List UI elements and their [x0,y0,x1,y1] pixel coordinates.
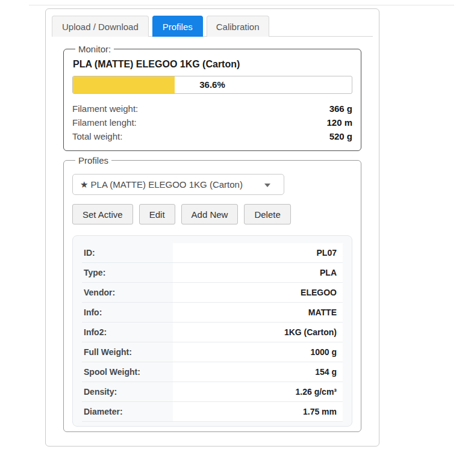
stat-value: 366 g [329,102,352,116]
progress-percent: 36.6% [73,76,352,93]
active-profile-name: PLA (MATTE) ELEGOO 1KG (Carton) [73,59,352,70]
field-label: Density: [82,382,173,401]
top-divider [29,5,454,5]
field-label: Spool Weight: [82,362,173,382]
profile-actions: Set Active Edit Add New Delete [72,204,352,224]
profile-select[interactable]: ★ PLA (MATTE) ELEGOO 1KG (Carton) [72,174,284,195]
field-value: PL07 [173,243,343,262]
field-value: PLA [173,263,343,282]
field-value: MATTE [173,303,343,322]
field-value: ELEGOO [173,283,343,302]
app-card: Upload / Download Profiles Calibration M… [45,8,379,447]
field-label: Full Weight: [82,342,173,362]
stat-label: Total weight: [72,129,122,143]
stat-row-filament-length: Filament lenght: 120 m [72,116,352,129]
tab-bar: Upload / Download Profiles Calibration [52,15,373,37]
stat-value: 120 m [326,116,352,129]
set-active-button[interactable]: Set Active [72,204,133,224]
field-row-id: ID: PL07 [82,243,343,263]
edit-button[interactable]: Edit [139,204,175,224]
field-value: 1000 g [173,342,343,362]
field-row-diameter: Diameter: 1.75 mm [82,402,343,422]
field-row-spool-weight: Spool Weight: 154 g [82,362,343,382]
field-label: Vendor: [82,283,173,302]
field-label: Diameter: [82,402,173,421]
profiles-section: Profiles ★ PLA (MATTE) ELEGOO 1KG (Carto… [63,155,361,432]
field-value: 1.26 g/cm³ [173,382,343,401]
delete-button[interactable]: Delete [244,204,290,224]
field-label: Info: [82,303,173,322]
filament-progressbar: 36.6% [72,76,352,94]
field-value: 1KG (Carton) [173,323,343,342]
field-row-vendor: Vendor: ELEGOO [82,283,343,303]
profiles-legend: Profiles [75,155,111,165]
field-row-density: Density: 1.26 g/cm³ [82,382,343,402]
field-label: ID: [82,243,173,262]
field-value: 154 g [173,362,343,382]
monitor-legend: Monitor: [75,44,114,54]
field-row-info2: Info2: 1KG (Carton) [82,323,343,342]
field-label: Type: [82,263,173,282]
stat-label: Filament lenght: [72,116,137,129]
field-value: 1.75 mm [173,402,343,421]
stat-row-filament-weight: Filament weight: 366 g [72,102,352,116]
chevron-down-icon [264,184,270,187]
stat-label: Filament weight: [72,102,138,116]
stat-row-total-weight: Total weight: 520 g [72,129,352,143]
tab-upload-download[interactable]: Upload / Download [52,16,149,37]
field-row-type: Type: PLA [82,263,343,283]
add-new-button[interactable]: Add New [181,204,239,224]
field-row-full-weight: Full Weight: 1000 g [82,342,343,362]
field-row-info: Info: MATTE [82,303,343,323]
stat-value: 520 g [329,129,352,143]
profile-select-value: ★ PLA (MATTE) ELEGOO 1KG (Carton) [80,179,243,190]
field-label: Info2: [82,323,173,342]
tab-calibration[interactable]: Calibration [207,16,269,37]
tab-profiles[interactable]: Profiles [152,16,203,37]
monitor-section: Monitor: PLA (MATTE) ELEGOO 1KG (Carton)… [63,44,361,151]
profile-details-card: ID: PL07 Type: PLA Vendor: ELEGOO Info: … [72,235,352,427]
